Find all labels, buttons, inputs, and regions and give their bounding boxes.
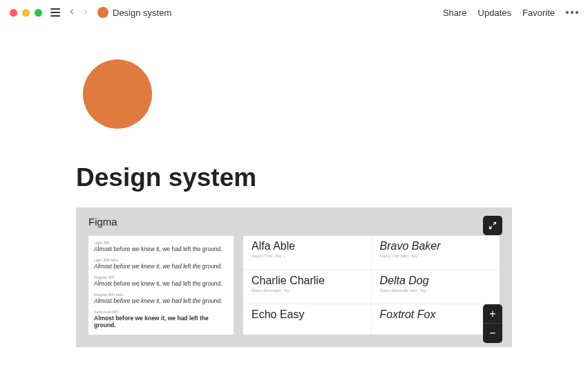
type-sample-text: Almost before we knew it, we had left th… [94,280,228,287]
type-sample-label: Semi-bold 600 [94,310,228,314]
type-specimen-meta: Aperçu (ExtraLight) · Buy → [252,288,363,293]
figma-canvas[interactable]: Light 300Almost before we knew it, we ha… [88,236,500,335]
type-specimen-name: Alfa Able [252,240,363,252]
type-sample-row: Light 300 ItalicAlmost before we knew it… [94,256,228,273]
share-button[interactable]: Share [443,8,467,18]
type-specimen-cell: Delta DogAperçu (ExtraLight Italic) · Bu… [372,270,500,305]
type-specimen-meta: Aperçu (ExtraLight Italic) · Buy → [380,288,492,293]
back-button[interactable] [67,7,77,19]
breadcrumb-title[interactable]: Design system [113,8,171,18]
type-sample-label: Regular 400 [94,275,228,279]
zoom-in-button[interactable]: + [483,304,502,324]
topbar: Design system Share Updates Favorite [0,0,588,25]
window-controls [10,9,42,17]
type-specimen-cell: Echo Easy [243,304,372,335]
page-title[interactable]: Design system [76,163,512,192]
minimize-window-button[interactable] [22,9,30,17]
type-specimen-name: Foxtrot Fox [380,308,492,321]
more-menu-icon[interactable] [566,11,578,14]
type-sample-row: Regular 400Almost before we knew it, we … [94,273,228,290]
nav-arrows [67,7,91,19]
page-icon-small [97,7,108,18]
type-sample-label: Light 300 Italic [94,258,228,262]
type-samples-panel: Light 300Almost before we knew it, we ha… [88,236,234,335]
type-specimen-name: Delta Dog [380,275,492,287]
forward-button[interactable] [81,7,91,19]
type-sample-row: Semi-bold 600Almost before we knew it, w… [94,308,228,332]
type-sample-row: Light 300Almost before we knew it, we ha… [94,239,228,256]
type-specimen-meta: Aperçu (Thin Italic) · Buy → [380,254,492,258]
expand-button[interactable] [483,216,502,235]
type-specimen-cell: Charlie CharlieAperçu (ExtraLight) · Buy… [243,270,372,305]
maximize-window-button[interactable] [35,9,42,17]
zoom-out-button[interactable]: − [483,324,502,343]
type-sample-text: Almost before we knew it, we had left th… [94,297,228,304]
page-icon-large[interactable] [83,59,152,129]
updates-button[interactable]: Updates [478,8,511,18]
type-specimen-cell: Alfa AbleAperçu (Thin) · Buy → [243,236,372,270]
type-specimen-name: Charlie Charlie [252,275,363,287]
close-window-button[interactable] [10,9,17,17]
zoom-controls: + − [483,304,502,343]
type-specimen-cell: Foxtrot Fox [372,304,500,335]
type-sample-text: Almost before we knew it, we had left th… [94,315,228,329]
type-sample-text: Almost before we knew it, we had left th… [94,263,228,270]
type-sample-label: Regular 400 Italic [94,293,228,297]
page-content: Design system Figma Light 300Almost befo… [0,25,588,347]
menu-icon[interactable] [50,8,60,17]
type-sample-label: Light 300 [94,241,228,245]
type-sample-row: Regular 400 ItalicAlmost before we knew … [94,290,228,308]
topbar-actions: Share Updates Favorite [443,8,578,18]
type-specimens-grid: Alfa AbleAperçu (Thin) · Buy →Bravo Bake… [243,236,500,335]
figma-embed-label: Figma [88,216,500,228]
type-specimen-name: Bravo Baker [380,240,492,252]
favorite-button[interactable]: Favorite [522,8,555,18]
type-specimen-meta: Aperçu (Thin) · Buy → [252,254,363,258]
figma-embed: Figma Light 300Almost before we knew it,… [76,207,512,347]
type-specimen-cell: Bravo BakerAperçu (Thin Italic) · Buy → [372,236,500,270]
type-sample-text: Almost before we knew it, we had left th… [94,246,228,252]
type-specimen-name: Echo Easy [252,308,363,321]
